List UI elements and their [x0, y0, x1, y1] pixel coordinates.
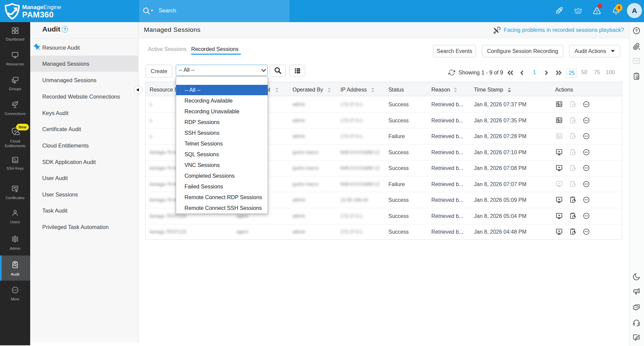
svg-text:SSH: SSH: [13, 160, 17, 162]
svg-text:?: ?: [635, 28, 638, 33]
